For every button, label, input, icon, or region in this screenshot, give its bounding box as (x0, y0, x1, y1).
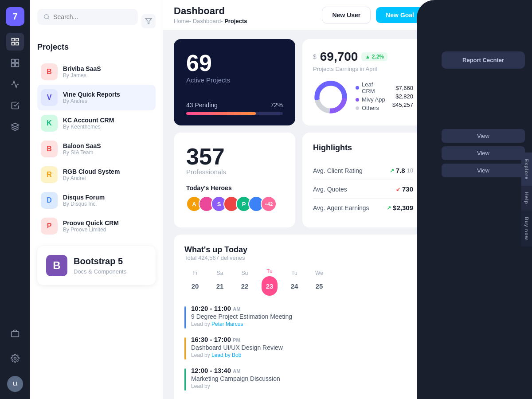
day-number: 25 (311, 278, 327, 294)
project-by: By Proove Limited (63, 227, 119, 233)
sidebar-item-layers[interactable] (6, 118, 24, 136)
event-ampm: PM (233, 337, 240, 343)
project-icon: V (41, 89, 58, 106)
project-name: KC Account CRM (63, 117, 114, 124)
legend-name: Others (362, 105, 385, 111)
day-name: Su (242, 270, 248, 276)
legend-item: Leaf CRM (356, 81, 385, 94)
active-projects-label: Active Projects (186, 76, 283, 84)
search-input[interactable] (53, 13, 132, 20)
report-center-button[interactable]: Report Cecnter (442, 51, 525, 69)
breadcrumb-active: Projects (224, 18, 247, 24)
project-icon: D (41, 192, 58, 209)
sidebar-item-squares[interactable] (6, 54, 24, 72)
search-icon (43, 13, 50, 20)
events-list: 10:20 - 11:00 AM 9 Degree Project Estima… (184, 305, 413, 391)
event-item: 12:00 - 13:40 AM Marketing Campaign Disc… (184, 367, 413, 391)
project-item[interactable]: D Disqus Forum By Disqus Inc. (37, 188, 156, 213)
new-user-button[interactable]: New User (322, 7, 371, 23)
calendar-day[interactable]: Su 22 (234, 270, 255, 294)
event-lead-link[interactable]: Lead by Bob (211, 352, 241, 358)
highlight-row: Avg. Agent Earnings ↗$2,309 (313, 199, 413, 217)
projects-title: Projects (37, 43, 156, 52)
highlight-name: Avg. Client Rating (313, 167, 363, 174)
user-number-badge[interactable]: 7 (6, 7, 24, 26)
day-name: Tu (291, 270, 297, 276)
highlight-value: ↗7.8 10 (390, 167, 413, 174)
bootstrap-card: B Bootstrap 5 Docs & Components (37, 246, 156, 285)
calendar-day[interactable]: Fr 20 (184, 270, 206, 294)
project-icon: B (41, 141, 58, 157)
project-name: Proove Quick CRM (63, 219, 119, 227)
bootstrap-icon: B (46, 255, 67, 276)
event-lead-link[interactable]: Peter Marcus (211, 321, 243, 327)
earnings-amount: 69,700 (320, 50, 358, 64)
highlight-row: Avg. Client Rating ↗7.8 10 (313, 161, 413, 180)
sidebar-item-briefcase[interactable] (6, 325, 24, 342)
svg-rect-6 (12, 63, 15, 67)
heroes-avatars: ASP+42 (186, 196, 283, 212)
project-name: Baloon SaaS (63, 142, 101, 149)
explore-tab[interactable]: Explore (521, 153, 532, 186)
highlight-name: Avg. Agent Earnings (313, 204, 369, 211)
svg-rect-0 (12, 39, 15, 41)
donut-chart (313, 79, 348, 115)
project-name: RGB Cloud System (63, 168, 120, 175)
highlight-value: ↙730 (396, 185, 413, 193)
calendar-day[interactable]: Tu 23 (259, 268, 280, 296)
event-lead: Lead by (191, 383, 280, 389)
breadcrumb-home: Home- (174, 18, 191, 24)
sidebar-item-grid[interactable] (6, 33, 24, 51)
day-name: Sa (217, 270, 223, 276)
event-ampm: AM (233, 306, 240, 312)
user-avatar[interactable]: U (7, 376, 23, 392)
sidebar-item-settings[interactable] (6, 349, 24, 367)
view-button-3[interactable]: View (442, 164, 525, 177)
calendar-day[interactable]: Sa 21 (209, 270, 231, 294)
project-by: By Keenthemes (63, 124, 114, 130)
svg-rect-1 (16, 39, 19, 41)
event-time: 12:00 - 13:40 AM (191, 367, 280, 374)
calendar-day[interactable]: Tu 24 (284, 270, 305, 294)
project-item[interactable]: K KC Account CRM By Keenthemes (37, 110, 156, 136)
help-tab[interactable]: Help (521, 186, 532, 211)
docs-link[interactable]: Docs & Components (74, 268, 126, 275)
sidebar-item-check[interactable] (6, 97, 24, 114)
top-row: 69 Active Projects 43 Pending 72% $ 69,7… (174, 39, 424, 125)
project-item[interactable]: P Proove Quick CRM By Proove Limited (37, 213, 156, 239)
legend-value: $2,820 (392, 93, 413, 100)
legend-dot (356, 86, 359, 90)
view-button-1[interactable]: View (442, 129, 525, 143)
trend-down-icon: ↙ (396, 186, 400, 192)
day-name: Tu (266, 268, 273, 274)
svg-rect-7 (16, 63, 19, 67)
calendar-day[interactable]: We 25 (309, 270, 330, 294)
svg-rect-5 (16, 59, 19, 63)
day-number: 20 (187, 278, 203, 294)
pending-label: 43 Pending (186, 102, 218, 109)
legend-value: $7,660 (392, 85, 413, 91)
filter-button[interactable] (141, 14, 156, 28)
project-icon: R (41, 166, 58, 183)
calendar-days: Fr 20 Sa 21 Su 22 Tu 23 Tu 24 We 25 (184, 268, 413, 296)
svg-point-11 (44, 15, 48, 19)
buy-now-tab[interactable]: Buy now (521, 211, 532, 246)
legend-item: Mivy App (356, 96, 385, 103)
sidebar-item-chart[interactable] (6, 75, 24, 93)
legend-items: Leaf CRMMivy AppOthers (356, 81, 385, 111)
project-item[interactable]: B Briviba SaaS By James (37, 59, 156, 85)
project-item[interactable]: B Baloon SaaS By SIA Team (37, 136, 156, 162)
project-item[interactable]: R RGB Cloud System By Andrei (37, 162, 156, 188)
svg-marker-8 (12, 123, 19, 127)
event-time: 16:30 - 17:00 PM (191, 336, 283, 343)
project-by: By Andres (63, 98, 120, 104)
professionals-label: Professionals (186, 168, 283, 176)
event-name: Dashboard UI/UX Design Review (191, 344, 283, 351)
project-item[interactable]: V Vine Quick Reports By Andres (37, 85, 156, 110)
breadcrumb-dash: Dashboard- (193, 18, 223, 24)
legend-name: Mivy App (362, 96, 385, 103)
view-button-2[interactable]: View (442, 146, 525, 160)
bootstrap-title: Bootstrap 5 (74, 256, 126, 266)
progress-percent: 72% (270, 102, 283, 109)
project-name: Disqus Forum (63, 194, 105, 201)
